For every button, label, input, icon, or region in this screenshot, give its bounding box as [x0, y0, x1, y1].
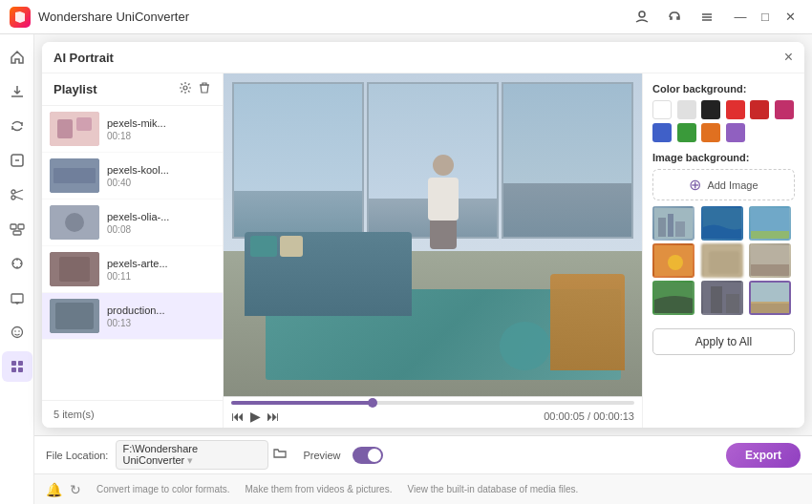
playlist-items: pexels-mik... 00:18 pexels-kool... 0: [42, 106, 223, 400]
color-orange[interactable]: [701, 123, 720, 142]
svg-rect-28: [57, 119, 73, 138]
playlist-delete-button[interactable]: [198, 81, 211, 97]
item-duration: 00:13: [107, 318, 165, 328]
svg-rect-40: [668, 214, 673, 237]
profile-icon[interactable]: [629, 4, 655, 31]
svg-point-0: [639, 11, 645, 17]
image-thumb[interactable]: [749, 281, 791, 315]
svg-rect-54: [726, 294, 739, 313]
step-back-button[interactable]: ⏮: [231, 409, 245, 424]
image-thumb[interactable]: [701, 206, 743, 241]
sidebar-item-download[interactable]: [2, 76, 32, 107]
main-layout: AI Portrait × Playlist: [0, 34, 812, 504]
video-container: [224, 74, 642, 396]
list-item[interactable]: pexels-kool... 00:40: [42, 153, 223, 200]
color-white[interactable]: [652, 100, 672, 119]
minimize-button[interactable]: —: [728, 5, 753, 30]
list-item[interactable]: pexels-olia-... 00:08: [42, 200, 223, 246]
svg-point-19: [14, 330, 16, 332]
color-green[interactable]: [677, 123, 696, 142]
dialog-body: Playlist: [42, 74, 804, 428]
image-thumb[interactable]: [701, 281, 743, 315]
ai-portrait-dialog: AI Portrait × Playlist: [42, 42, 804, 428]
content-area: AI Portrait × Playlist: [34, 34, 812, 504]
export-button[interactable]: Export: [726, 443, 801, 468]
svg-rect-27: [50, 112, 99, 146]
svg-rect-15: [11, 294, 23, 303]
file-location-input[interactable]: F:\Wondershare UniConverter ▾: [116, 440, 268, 470]
sidebar-item-home[interactable]: [2, 42, 32, 73]
item-duration: 00:18: [107, 131, 166, 141]
sidebar-item-scissors[interactable]: [2, 179, 32, 210]
sidebar-item-face[interactable]: [2, 317, 32, 347]
step-forward-button[interactable]: ⏭: [267, 409, 280, 424]
sidebar-item-convert[interactable]: [2, 111, 32, 141]
svg-rect-57: [751, 304, 791, 315]
thumbnail: [50, 252, 99, 286]
item-count: 5 item(s): [53, 409, 95, 420]
playlist-header: Playlist: [42, 74, 223, 106]
hamburger-icon[interactable]: [694, 4, 720, 31]
color-lightgray[interactable]: [677, 100, 696, 119]
play-button[interactable]: ▶: [250, 409, 261, 424]
svg-point-7: [11, 190, 15, 194]
item-duration: 00:08: [107, 224, 169, 235]
info-item-2: Make them from videos & pictures.: [246, 484, 393, 494]
sidebar-item-effects[interactable]: [2, 248, 32, 279]
sidebar-item-compress[interactable]: [2, 145, 32, 176]
image-thumb[interactable]: [652, 243, 694, 278]
image-thumb[interactable]: [701, 243, 743, 278]
color-purple[interactable]: [726, 123, 745, 142]
thumbnail: [50, 299, 99, 333]
refresh-icon[interactable]: ↻: [70, 482, 81, 497]
folder-button[interactable]: [272, 446, 288, 464]
image-thumb[interactable]: [749, 243, 791, 278]
progress-thumb: [368, 398, 377, 408]
bell-icon[interactable]: 🔔: [46, 482, 62, 497]
color-blue[interactable]: [652, 123, 672, 142]
thumbnail: [50, 205, 99, 240]
apply-to-all-button[interactable]: Apply to All: [652, 328, 795, 355]
close-button[interactable]: ✕: [778, 5, 802, 30]
svg-rect-56: [751, 283, 791, 302]
image-thumb[interactable]: [652, 281, 694, 315]
file-location-label: File Location:: [46, 450, 108, 461]
svg-line-10: [15, 197, 23, 200]
svg-rect-23: [11, 368, 16, 372]
preview-toggle[interactable]: [353, 447, 383, 464]
right-panel: Color background:: [642, 74, 804, 428]
time-display: 00:00:05 / 00:00:13: [544, 410, 634, 422]
maximize-button[interactable]: □: [753, 5, 778, 30]
color-red[interactable]: [726, 100, 745, 119]
title-bar-icons: [629, 4, 720, 31]
image-thumb[interactable]: [652, 206, 694, 241]
list-item[interactable]: pexels-arte... 00:11: [42, 246, 223, 293]
item-name: pexels-arte...: [107, 258, 168, 269]
sidebar-item-merge[interactable]: [2, 214, 32, 244]
color-darkred[interactable]: [750, 100, 769, 119]
add-image-button[interactable]: ⊕ Add Image: [652, 169, 795, 200]
sidebar-item-grid[interactable]: [2, 351, 32, 382]
color-grid: [652, 100, 795, 142]
headset-icon[interactable]: [661, 4, 688, 31]
svg-rect-24: [18, 368, 23, 372]
svg-rect-41: [675, 221, 685, 237]
progress-fill: [231, 401, 373, 405]
list-item[interactable]: pexels-mik... 00:18: [42, 106, 223, 153]
svg-point-20: [18, 330, 20, 332]
image-thumb[interactable]: [749, 206, 791, 241]
item-name: pexels-mik...: [107, 117, 166, 129]
item-duration: 00:11: [107, 271, 168, 282]
svg-point-25: [183, 86, 187, 90]
list-item[interactable]: production... 00:13: [42, 293, 223, 340]
sidebar-item-tv[interactable]: [2, 283, 32, 313]
toggle-thumb: [368, 449, 381, 462]
dialog-close-button[interactable]: ×: [784, 50, 793, 65]
playlist-settings-button[interactable]: [179, 81, 192, 97]
svg-rect-13: [13, 231, 21, 235]
info-bar: 🔔 ↻ Convert image to color formats. Make…: [34, 473, 812, 504]
color-black[interactable]: [701, 100, 720, 119]
svg-rect-50: [751, 264, 791, 278]
progress-bar[interactable]: [231, 401, 634, 405]
color-magenta[interactable]: [775, 100, 794, 119]
